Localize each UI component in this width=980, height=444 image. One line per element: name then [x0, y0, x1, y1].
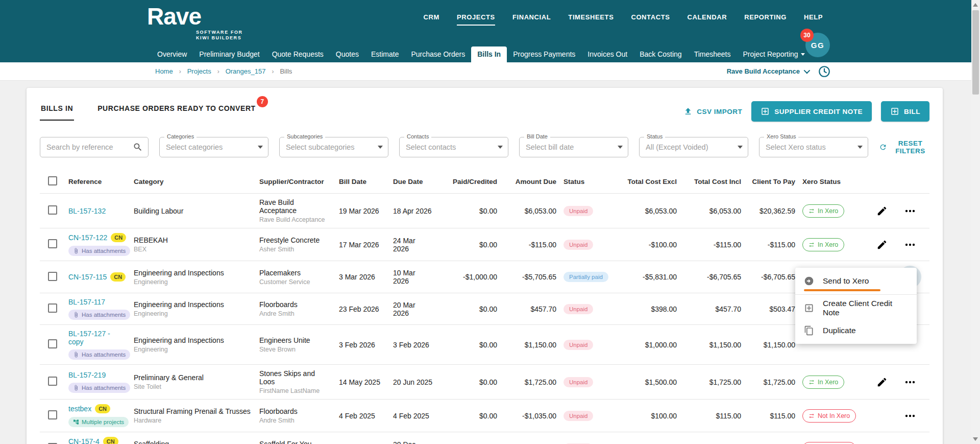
edit-pencil-icon[interactable]: [876, 239, 888, 250]
xero-status-badge[interactable]: Not In Xero: [802, 409, 856, 423]
checkbox-cell: [40, 410, 68, 421]
project-nav-purchase-orders[interactable]: Purchase Orders: [405, 46, 471, 62]
filter-value: Select subcategories: [286, 143, 378, 151]
xero-status-badge[interactable]: In Xero: [802, 376, 844, 389]
breadcrumb-separator: ›: [179, 68, 181, 75]
filter-categories[interactable]: CategoriesSelect categories: [159, 137, 268, 157]
filter-contacts[interactable]: ContactsSelect contacts: [399, 137, 508, 157]
edit-pencil-icon[interactable]: [876, 377, 888, 388]
top-nav-financial[interactable]: FINANCIAL: [512, 13, 551, 26]
row-menu-dots-icon[interactable]: [899, 371, 921, 393]
top-nav-crm[interactable]: CRM: [424, 13, 439, 26]
top-nav-projects[interactable]: PROJECTS: [457, 13, 495, 26]
row-checkbox[interactable]: [48, 410, 57, 419]
project-nav-timesheets[interactable]: Timesheets: [688, 46, 737, 62]
top-nav-contacts[interactable]: CONTACTS: [631, 13, 670, 26]
project-nav-progress-payments[interactable]: Progress Payments: [507, 46, 581, 62]
filter-subcategories[interactable]: SubcategoriesSelect subcategories: [279, 137, 388, 157]
status-badge: Unpaid: [564, 206, 593, 216]
client-to-pay-cell: -$6,705.65: [748, 273, 802, 281]
tab-purchase-orders-ready[interactable]: PURCHASE ORDERS READY TO CONVERT 7: [96, 101, 257, 120]
category-name: Structural Framing Prenail & Trusses: [134, 407, 252, 415]
scrollbar-thumb[interactable]: [972, 10, 979, 95]
project-nav-invoices-out[interactable]: Invoices Out: [581, 46, 633, 62]
project-nav-quote-requests[interactable]: Quote Requests: [266, 46, 330, 62]
filter-xero-status[interactable]: Xero StatusSelect Xero status: [759, 137, 868, 157]
reset-filters-button[interactable]: RESET FILTERS: [879, 139, 929, 155]
vertical-scrollbar[interactable]: [971, 0, 980, 444]
top-nav-reporting[interactable]: REPORTING: [744, 13, 787, 26]
bill-date-cell: 19 Mar 2026: [339, 207, 393, 215]
project-nav-back-costing[interactable]: Back Costing: [633, 46, 688, 62]
menu-item-send-to-xero[interactable]: Send to Xero: [795, 270, 917, 292]
has-attachments-chip: Has attachments: [68, 383, 130, 393]
filter-value: Select categories: [166, 143, 258, 151]
breadcrumb-oranges-157[interactable]: Oranges_157: [226, 67, 266, 75]
search-input[interactable]: [46, 143, 133, 151]
row-menu-dots-icon[interactable]: [899, 233, 921, 256]
project-nav-estimate[interactable]: Estimate: [365, 46, 405, 62]
paperclip-icon: [73, 312, 79, 318]
xero-status-cell: Not In Xero: [802, 442, 874, 444]
select-all-checkbox[interactable]: [48, 176, 57, 185]
edit-pencil-icon[interactable]: [876, 205, 888, 217]
breadcrumb-separator: ›: [272, 68, 274, 75]
row-context-menu: Send to XeroCreate Client Credit NoteDup…: [795, 268, 917, 344]
row-menu-dots-icon[interactable]: [899, 200, 921, 222]
search-icon[interactable]: [133, 142, 143, 152]
project-nav-overview[interactable]: Overview: [151, 46, 193, 62]
bill-reference-link[interactable]: CN-157-115: [68, 273, 107, 281]
paperclip-icon: [73, 385, 79, 391]
bill-reference-link[interactable]: testbex: [68, 405, 91, 413]
column-header-reference: Reference: [68, 178, 134, 185]
breadcrumb-projects[interactable]: Projects: [187, 67, 211, 75]
rave-logo: Rave SOFTWARE FOR KIWI BUILDERS: [147, 4, 243, 41]
supplier-credit-note-button[interactable]: SUPPLIER CREDIT NOTE: [751, 101, 872, 122]
menu-item-duplicate[interactable]: Duplicate: [795, 319, 917, 342]
project-nav-bills-in[interactable]: Bills In: [471, 46, 507, 62]
breadcrumb-home[interactable]: Home: [155, 67, 173, 75]
history-clock-icon[interactable]: [818, 65, 831, 78]
add-bill-button[interactable]: BILL: [881, 101, 929, 122]
project-nav-quotes[interactable]: Quotes: [330, 46, 365, 62]
row-menu-dots-icon[interactable]: [899, 405, 921, 427]
top-nav-calendar[interactable]: CALENDAR: [687, 13, 727, 26]
row-checkbox[interactable]: [48, 205, 57, 215]
top-nav-help[interactable]: HELP: [804, 13, 823, 26]
category-name: Engineering and Inspections: [134, 300, 252, 309]
xero-status-cell: In Xero: [802, 204, 874, 218]
project-nav-preliminary-budget[interactable]: Preliminary Budget: [193, 46, 265, 62]
scroll-up-arrow-icon[interactable]: [973, 3, 978, 7]
bill-reference-link[interactable]: BL-157-117: [68, 298, 105, 306]
bill-reference-link[interactable]: CN-157-4: [68, 437, 100, 444]
xero-status-badge[interactable]: Not In Xero: [802, 442, 856, 444]
project-nav: OverviewPreliminary BudgetQuote Requests…: [151, 46, 980, 62]
bill-reference-link[interactable]: BL-157-132: [68, 207, 106, 215]
tab-bills-in[interactable]: BILLS IN: [40, 101, 74, 121]
paid-credited-cell: -$1,000.00: [440, 273, 504, 281]
project-select[interactable]: Rave Build Acceptance: [727, 67, 808, 75]
row-checkbox[interactable]: [48, 239, 57, 248]
bill-reference-link[interactable]: CN-157-122: [68, 233, 107, 242]
bill-reference-link[interactable]: BL-157-219: [68, 371, 106, 379]
filter-value: Select bill date: [526, 143, 618, 151]
column-header-paid-credited: Paid/Credited: [440, 178, 504, 185]
row-menu-dots-icon[interactable]: [899, 437, 921, 444]
menu-item-create-client-credit-note[interactable]: Create Client Credit Note: [795, 297, 917, 319]
amount-due-cell: $1,725.00: [504, 378, 564, 386]
row-checkbox[interactable]: [48, 272, 57, 281]
row-checkbox[interactable]: [48, 339, 57, 348]
project-nav-project-reporting[interactable]: Project Reporting: [737, 46, 811, 62]
top-nav-timesheets[interactable]: TIMESHEETS: [568, 13, 614, 26]
dropdown-arrow-icon: [258, 146, 263, 149]
scroll-down-arrow-icon[interactable]: [973, 437, 978, 441]
row-checkbox[interactable]: [48, 377, 57, 386]
xero-status-badge[interactable]: In Xero: [802, 238, 844, 251]
csv-import-button[interactable]: CSV IMPORT: [683, 107, 742, 116]
filter-bill-date[interactable]: Bill DateSelect bill date: [519, 137, 628, 157]
bill-reference-link[interactable]: BL-157-127 - copy: [68, 330, 127, 346]
row-checkbox[interactable]: [48, 303, 57, 313]
filter-status[interactable]: StatusAll (Except Voided): [639, 137, 748, 157]
dropdown-arrow-icon: [618, 146, 623, 149]
xero-status-badge[interactable]: In Xero: [802, 204, 844, 218]
